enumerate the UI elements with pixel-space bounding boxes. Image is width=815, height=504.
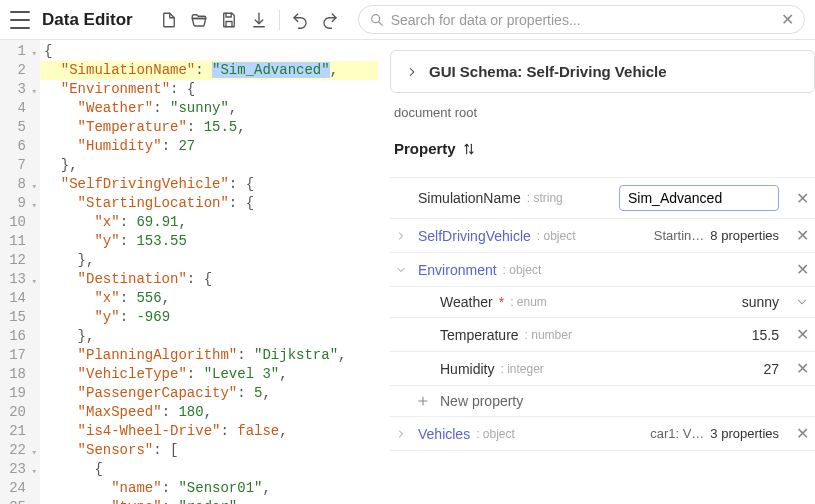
- property-count: 3 properties: [710, 426, 779, 441]
- code-line[interactable]: },: [40, 327, 378, 346]
- code-line[interactable]: {: [40, 42, 378, 61]
- gutter-line: 22▾: [0, 441, 36, 460]
- toolbar-header: Data Editor ✕: [0, 0, 815, 40]
- gutter-line: 16: [0, 327, 36, 346]
- chevron-down-icon[interactable]: [390, 264, 412, 276]
- property-name[interactable]: SelfDrivingVehicle: [418, 228, 531, 244]
- code-line[interactable]: "y": 153.55: [40, 232, 378, 251]
- remove-icon[interactable]: ✕: [793, 359, 811, 378]
- gutter-line: 5: [0, 118, 36, 137]
- redo-icon[interactable]: [320, 10, 340, 30]
- code-line[interactable]: "Temperature": 15.5,: [40, 118, 378, 137]
- app-title: Data Editor: [42, 10, 133, 30]
- code-line[interactable]: "x": 69.91,: [40, 213, 378, 232]
- gutter-line: 6: [0, 137, 36, 156]
- gutter-line: 11: [0, 232, 36, 251]
- value-text[interactable]: 15.5: [752, 327, 779, 343]
- gutter-line: 19: [0, 384, 36, 403]
- chevron-right-icon[interactable]: [390, 230, 412, 242]
- code-line[interactable]: },: [40, 156, 378, 175]
- property-header-label: Property: [394, 140, 456, 157]
- property-name: Humidity: [440, 361, 494, 377]
- code-line[interactable]: "Destination": {: [40, 270, 378, 289]
- property-row[interactable]: Temperature : number15.5✕: [390, 317, 815, 351]
- code-line[interactable]: "StartingLocation": {: [40, 194, 378, 213]
- menu-icon[interactable]: [10, 11, 30, 29]
- download-icon[interactable]: [249, 10, 269, 30]
- code-line[interactable]: "VehicleType": "Level 3",: [40, 365, 378, 384]
- enum-value[interactable]: sunny: [742, 294, 779, 310]
- new-property-label[interactable]: New property: [440, 393, 523, 409]
- code-line[interactable]: "PassengerCapacity": 5,: [40, 384, 378, 403]
- open-folder-icon[interactable]: [189, 10, 209, 30]
- gutter-line: 10: [0, 213, 36, 232]
- code-line[interactable]: "Environment": {: [40, 80, 378, 99]
- property-name[interactable]: Vehicles: [418, 426, 470, 442]
- property-row[interactable]: Vehicles : objectcar1: V…3 properties✕: [390, 416, 815, 451]
- property-type: : object: [503, 263, 542, 277]
- save-icon[interactable]: [219, 10, 239, 30]
- chevron-right-icon[interactable]: [390, 428, 412, 440]
- code-line[interactable]: "SelfDrivingVehicle": {: [40, 175, 378, 194]
- property-row[interactable]: Environment : object✕: [390, 252, 815, 286]
- clear-search-icon[interactable]: ✕: [781, 10, 794, 29]
- gutter-line: 3▾: [0, 80, 36, 99]
- doc-root-label: document root: [390, 103, 815, 126]
- code-line[interactable]: {: [40, 460, 378, 479]
- property-row[interactable]: Weather* : enumsunny: [390, 286, 815, 317]
- gutter-line: 20: [0, 403, 36, 422]
- new-property-row[interactable]: New property: [390, 385, 815, 416]
- search-input[interactable]: [391, 12, 775, 28]
- gutter-line: 13▾: [0, 270, 36, 289]
- gutter-line: 4: [0, 99, 36, 118]
- search-box[interactable]: ✕: [358, 5, 805, 34]
- remove-icon[interactable]: ✕: [793, 260, 811, 279]
- code-line[interactable]: "PlanningAlgorithm": "Dijkstra",: [40, 346, 378, 365]
- property-value: [619, 185, 779, 211]
- plus-icon[interactable]: [390, 394, 434, 408]
- property-name: Temperature: [440, 327, 519, 343]
- remove-icon[interactable]: ✕: [793, 424, 811, 443]
- remove-icon[interactable]: ✕: [793, 325, 811, 344]
- code-editor[interactable]: 1▾23▾45678▾9▾10111213▾141516171819202122…: [0, 40, 378, 504]
- property-row[interactable]: Humidity : integer27✕: [390, 351, 815, 385]
- code-line[interactable]: "Sensors": [: [40, 441, 378, 460]
- remove-icon[interactable]: ✕: [793, 226, 811, 245]
- code-line[interactable]: },: [40, 251, 378, 270]
- property-rows: SimulationName : string✕SelfDrivingVehic…: [390, 177, 815, 451]
- property-value: car1: V…3 properties: [650, 426, 779, 441]
- gutter-line: 23▾: [0, 460, 36, 479]
- property-row[interactable]: SelfDrivingVehicle : objectStartin…8 pro…: [390, 218, 815, 252]
- separator: [279, 10, 280, 30]
- property-type: : number: [525, 328, 572, 342]
- code-line[interactable]: "Humidity": 27: [40, 137, 378, 156]
- code-line[interactable]: "x": 556,: [40, 289, 378, 308]
- svg-point-0: [371, 14, 379, 22]
- code-line[interactable]: "type": "radar",: [40, 498, 378, 504]
- property-name: Weather: [440, 294, 493, 310]
- gutter-line: 12: [0, 251, 36, 270]
- code-line[interactable]: "Weather": "sunny",: [40, 99, 378, 118]
- sort-icon[interactable]: [462, 142, 476, 156]
- property-value: Startin…8 properties: [654, 228, 779, 243]
- property-column-header[interactable]: Property: [390, 136, 815, 167]
- property-type: : object: [476, 427, 515, 441]
- code-line[interactable]: "MaxSpeed": 180,: [40, 403, 378, 422]
- gutter-line: 9▾: [0, 194, 36, 213]
- value-text[interactable]: 27: [763, 361, 779, 377]
- code-area[interactable]: { "SimulationName": "Sim_Advanced", "Env…: [40, 40, 378, 504]
- property-type: : string: [527, 191, 563, 205]
- code-line[interactable]: "y": -969: [40, 308, 378, 327]
- code-line[interactable]: "name": "Sensor01",: [40, 479, 378, 498]
- chevron-right-icon: [405, 65, 419, 79]
- new-file-icon[interactable]: [159, 10, 179, 30]
- property-name[interactable]: Environment: [418, 262, 497, 278]
- code-line[interactable]: "SimulationName": "Sim_Advanced",: [40, 61, 378, 80]
- remove-icon[interactable]: ✕: [793, 189, 811, 208]
- dropdown-icon[interactable]: [793, 295, 811, 309]
- undo-icon[interactable]: [290, 10, 310, 30]
- schema-header[interactable]: GUI Schema: Self-Driving Vehicle: [390, 50, 815, 93]
- code-line[interactable]: "is4-Wheel-Drive": false,: [40, 422, 378, 441]
- value-input[interactable]: [619, 185, 779, 211]
- property-row[interactable]: SimulationName : string✕: [390, 177, 815, 218]
